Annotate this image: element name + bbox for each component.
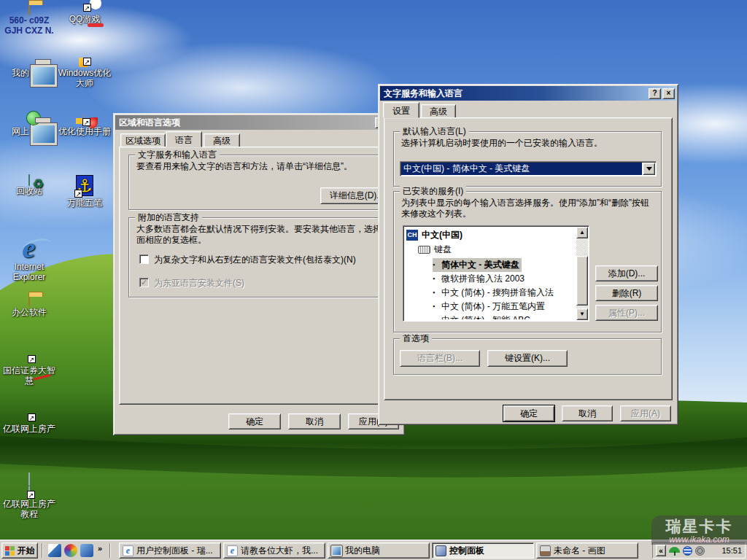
desktop-icon-label: QQ游戏 [55,14,114,24]
desktop-icon-recycle-bin[interactable]: 回收站 [0,175,58,196]
desktop-icon-optimizer-manual[interactable]: ↗ 优化使用手册 [55,115,114,136]
network-globe-icon[interactable] [683,546,692,556]
installed-services-listbox[interactable]: CH 中文(中国) 键盘 简体中文 - 美式键盘 微软拼音输入法 2003 中文… [403,225,589,322]
combobox-dropdown-button[interactable] [643,163,655,175]
group-caption: 附加的语言支持 [135,212,202,222]
ok-button[interactable]: 确定 [228,413,281,429]
list-item[interactable]: 中文 (简体) - 智能 ABC [433,314,576,319]
update-swirl-icon[interactable] [695,546,705,556]
windows-logo-icon [5,546,15,556]
shortcut-arrow-icon: ↗ [74,190,82,198]
globe-icon [27,112,40,125]
task-button-control-panel[interactable]: 控制面板 [432,542,534,559]
desktop: 560- c09Z GJH CXZ N. 我的电脑 网上邻居 回收站 e Int… [0,0,747,560]
text-services-dialog: 文字服务和输入语言 ? × 设置 高级 默认输入语言(L) 选择计算机启动时要使… [378,84,678,425]
list-item[interactable]: 中文 (简体) - 万能五笔内置 [433,300,576,314]
antivirus-umbrella-icon[interactable] [669,546,680,556]
task-button-forum-page[interactable]: e 请教各位大虾，我... [223,542,325,559]
group-description: 选择计算机启动时要使用的一个已安装的输入语言。 [401,138,657,149]
close-icon[interactable]: × [662,88,675,99]
shortcut-arrow-icon: ↗ [28,413,36,421]
control-panel-icon [436,545,446,556]
desktop-icon-my-computer[interactable]: 我的电脑 [0,57,58,78]
tab-languages[interactable]: 语言 [166,131,202,147]
checkbox-icon[interactable] [139,254,149,264]
language-name: 中文(中国) [422,229,462,241]
shortcut-arrow-icon: ↗ [83,58,91,66]
regional-language-dialog: 区域和语言选项 ? × 区域选项 语言 高级 文字服务和输入语言 要查看用来输入… [113,113,405,435]
quicklaunch-overflow-chevron[interactable]: » [98,544,102,553]
desktop-icon-yilian-tutorial[interactable]: ↗ 亿联网上房产教程 [0,474,58,519]
task-button-user-control-panel[interactable]: e 用户控制面板 - 瑞... [119,542,221,559]
desktop-icon-office-folder[interactable]: 办公软件 [0,296,58,317]
group-description: 大多数语言都会在默认情况下得到安装。要安装其他语言，选择下面相应的复选框。 [136,224,393,246]
tab-regional-options[interactable]: 区域选项 [120,133,166,147]
task-button-paint[interactable]: 未命名 - 画图 [536,542,638,559]
text-services-group: 文字服务和输入语言 要查看用来输入文字的语言和方法，请单击“详细信息”。 详细信… [128,155,388,210]
dialog-titlebar[interactable]: 文字服务和输入语言 ? × [380,86,676,101]
desktop-icon-label: 办公软件 [0,307,58,317]
scrollbar[interactable]: ▲ ▼ [576,227,588,320]
group-caption: 已安装的服务(I) [400,186,466,196]
cancel-button[interactable]: 取消 [562,405,613,421]
language-row[interactable]: CH 中文(中国) [406,229,576,241]
cancel-button[interactable]: 取消 [288,413,341,429]
internet-explorer-icon: e [23,233,36,263]
list-item[interactable]: 中文 (简体) - 搜狗拼音输入法 [433,286,576,300]
taskbar: 开始 » e 用户控制面板 - 瑞... e 请教各位大虾，我... 我的电脑 … [0,540,747,560]
my-computer-icon [331,545,342,556]
desktop-icon-wanneng-wubi[interactable]: ⚓↗ 万能五笔 [55,175,114,208]
default-input-language-group: 默认输入语言(L) 选择计算机启动时要使用的一个已安装的输入语言。 中文(中国)… [393,131,662,187]
tab-page-languages: 文字服务和输入语言 要查看用来输入文字的语言和方法，请单击“详细信息”。 详细信… [119,147,399,405]
paint-icon [540,545,551,556]
apply-button: 应用(A) [620,405,671,421]
task-label: 控制面板 [449,545,484,557]
language-badge-icon: CH [406,230,418,241]
internet-explorer-icon: e [227,545,238,556]
task-label: 未命名 - 画图 [554,545,605,557]
language-bar-button: 语言栏(B)... [400,350,480,367]
tray-collapse-chevron[interactable]: « [656,545,666,556]
task-button-my-computer[interactable]: 我的电脑 [328,542,430,559]
start-label: 开始 [18,545,35,557]
quicklaunch-balloon-icon[interactable] [64,544,77,557]
recycle-bin-icon [28,174,30,186]
desktop-icon-guosen-stock[interactable]: ↗ 国信证券大智慧 [0,354,58,386]
desktop-icon-label: 万能五笔 [55,198,114,208]
list-item[interactable]: 简体中文 - 美式键盘 [433,258,522,272]
desktop-icon-folder-560[interactable]: 560- c09Z GJH CXZ N. [0,4,58,36]
tab-advanced[interactable]: 高级 [204,133,240,147]
tray-clock[interactable]: 15:51 [721,546,742,555]
quicklaunch-pen-icon[interactable] [48,544,61,557]
complex-script-checkbox[interactable]: 为复杂文字和从右到左的语言安装文件(包括泰文)(N) [139,254,387,265]
tab-settings[interactable]: 设置 [383,102,419,118]
shortcut-arrow-icon: ↗ [28,355,36,363]
keyboard-icon [418,246,430,254]
checkbox-checked-icon: ✓ [139,278,149,287]
desktop-icon-internet-explorer[interactable]: e Internet Explorer [0,235,58,282]
start-button[interactable]: 开始 [1,542,38,559]
quicklaunch-app-icon[interactable] [80,544,93,557]
help-icon[interactable]: ? [649,88,661,99]
tab-advanced[interactable]: 高级 [421,104,456,118]
combobox-selected-value: 中文(中国) - 简体中文 - 美式键盘 [401,163,642,175]
chevron-down-icon [646,167,652,174]
desktop-icon-network-places[interactable]: 网上邻居 [0,115,58,136]
add-button[interactable]: 添加(D)... [595,265,658,281]
desktop-icon-windows-optimizer[interactable]: ↗ Windows优化大师 [55,57,114,88]
checkbox-label: 为复杂文字和从右到左的语言安装文件(包括泰文)(N) [154,254,356,265]
ok-button[interactable]: 确定 [503,405,554,421]
default-language-combobox[interactable]: 中文(中国) - 简体中文 - 美式键盘 [400,161,657,176]
listbox-content: CH 中文(中国) 键盘 简体中文 - 美式键盘 微软拼音输入法 2003 中文… [405,228,576,319]
key-settings-button[interactable]: 键设置(K)... [487,350,568,367]
scrollbar-thumb[interactable] [576,256,588,306]
remove-button[interactable]: 删除(R) [595,285,658,301]
dialog-titlebar[interactable]: 区域和语言选项 ? × [115,115,403,130]
desktop-icon-label: 亿联网上房产教程 [0,499,58,519]
scroll-up-icon[interactable]: ▲ [576,227,588,238]
desktop-icon-yilian-realestate[interactable]: ↗ 亿联网上房产 [0,413,58,434]
keyboard-category-row[interactable]: 键盘 [418,244,576,256]
scroll-down-icon[interactable]: ▼ [576,308,588,320]
desktop-icon-qq-games[interactable]: ↗ QQ游戏 [55,3,114,24]
list-item[interactable]: 微软拼音输入法 2003 [433,272,576,286]
